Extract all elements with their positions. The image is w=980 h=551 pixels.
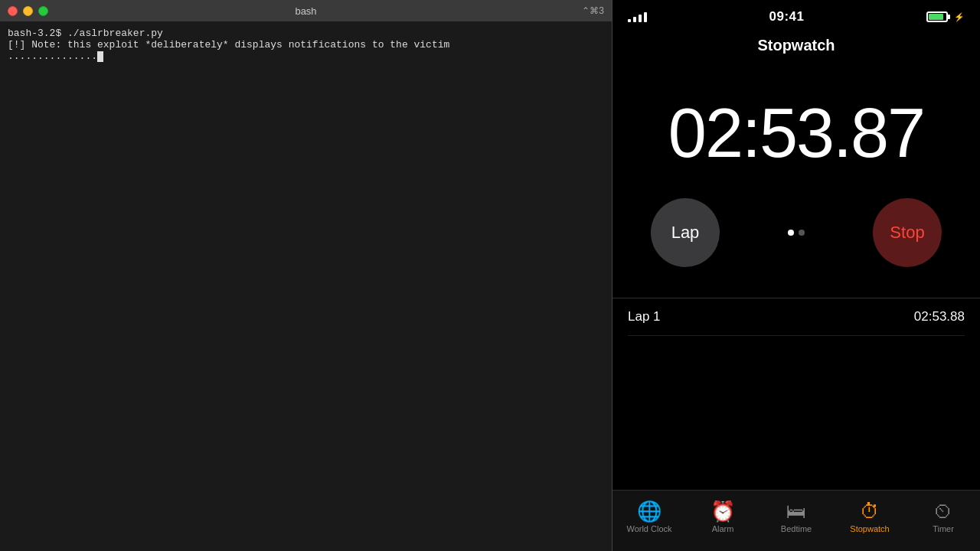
lap-list: Lap 1 02:53.88 <box>612 298 980 336</box>
tab-stopwatch-label: Stopwatch <box>850 524 889 533</box>
terminal-line: [!] Note: this exploit *deliberately* di… <box>8 39 604 51</box>
signal-bar-1 <box>628 19 631 22</box>
tab-stopwatch[interactable]: ⏱ Stopwatch <box>847 501 893 533</box>
status-bar: 09:41 ⚡ <box>612 0 980 34</box>
terminal-title: bash <box>295 5 316 17</box>
terminal-titlebar: bash ⌃⌘3 <box>0 0 612 21</box>
terminal-body[interactable]: bash-3.2$ ./aslrbreaker.py [!] Note: thi… <box>0 21 612 551</box>
page-indicator <box>788 230 805 236</box>
lap-time: 02:53.88 <box>914 309 965 324</box>
terminal-window: bash ⌃⌘3 bash-3.2$ ./aslrbreaker.py [!] … <box>0 0 612 551</box>
terminal-shortcut: ⌃⌘3 <box>582 5 604 16</box>
tab-timer[interactable]: ⏲ Timer <box>920 501 966 533</box>
dot-2 <box>799 230 805 236</box>
maximize-icon[interactable] <box>38 6 48 16</box>
tab-bedtime[interactable]: 🛏 Bedtime <box>773 501 819 533</box>
stopwatch-display: 02:53.87 Lap Stop Lap 1 02:53.88 <box>612 60 980 490</box>
status-right: ⚡ <box>926 11 965 22</box>
tab-bar: 🌐 World Clock ⏰ Alarm 🛏 Bedtime ⏱ Stopwa… <box>612 490 980 551</box>
signal-bar-4 <box>644 12 647 22</box>
dot-1 <box>788 230 794 236</box>
tab-alarm-label: Alarm <box>712 524 734 533</box>
tab-timer-label: Timer <box>933 524 954 533</box>
tab-world-clock-label: World Clock <box>626 524 671 533</box>
phone-screen: 09:41 ⚡ Stopwatch 02:53.87 Lap Stop Lap … <box>612 0 980 551</box>
signal-bar-3 <box>639 15 642 22</box>
alarm-icon: ⏰ <box>710 501 735 521</box>
minimize-icon[interactable] <box>23 6 33 16</box>
stop-button[interactable]: Stop <box>873 198 942 267</box>
terminal-line: bash-3.2$ ./aslrbreaker.py <box>8 28 604 39</box>
signal-bar-2 <box>633 17 636 22</box>
terminal-line: ............... <box>8 51 604 62</box>
tab-world-clock[interactable]: 🌐 World Clock <box>626 501 672 533</box>
timer-display: 02:53.87 <box>668 99 924 168</box>
close-icon[interactable] <box>8 6 18 16</box>
status-time: 09:41 <box>769 9 805 24</box>
buttons-row: Lap Stop <box>612 168 980 298</box>
lap-row: Lap 1 02:53.88 <box>628 298 965 336</box>
lap-label: Lap 1 <box>628 309 661 324</box>
tab-alarm[interactable]: ⏰ Alarm <box>700 501 746 533</box>
charging-icon: ⚡ <box>954 12 965 22</box>
stopwatch-icon: ⏱ <box>860 501 880 521</box>
signal-strength <box>628 12 647 22</box>
bedtime-icon: 🛏 <box>786 501 806 521</box>
tab-bedtime-label: Bedtime <box>781 524 812 533</box>
timer-icon: ⏲ <box>933 501 953 521</box>
battery-fill <box>929 14 943 20</box>
world-clock-icon: 🌐 <box>637 501 662 521</box>
app-title: Stopwatch <box>612 34 980 60</box>
lap-button[interactable]: Lap <box>651 198 720 267</box>
battery-icon <box>926 11 948 22</box>
